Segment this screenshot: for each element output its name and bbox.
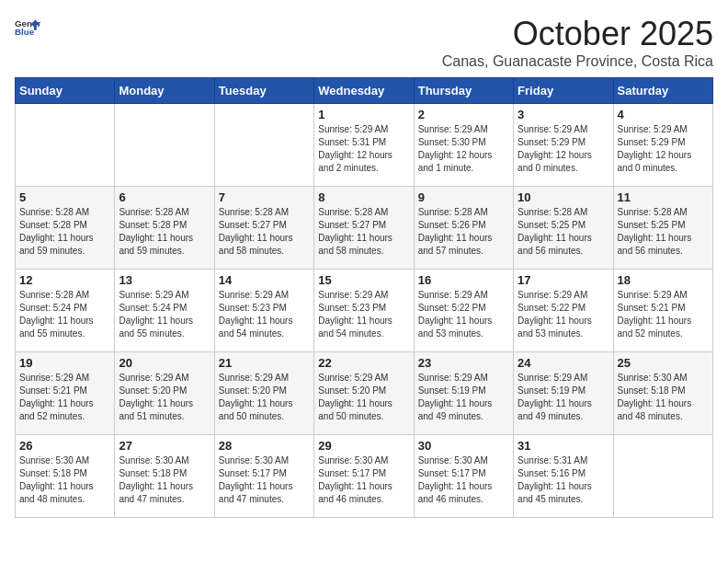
- day-number: 28: [219, 439, 310, 453]
- day-number: 14: [219, 273, 310, 287]
- day-info: Sunrise: 5:30 AM Sunset: 5:18 PM Dayligh…: [19, 454, 110, 506]
- day-info: Sunrise: 5:30 AM Sunset: 5:17 PM Dayligh…: [219, 454, 310, 506]
- day-cell: 9Sunrise: 5:28 AM Sunset: 5:26 PM Daylig…: [414, 187, 513, 270]
- day-number: 25: [618, 356, 709, 370]
- day-cell: 15Sunrise: 5:29 AM Sunset: 5:23 PM Dayli…: [314, 270, 414, 352]
- month-title: October 2025: [442, 15, 713, 53]
- day-number: 19: [19, 356, 110, 370]
- header-friday: Friday: [514, 78, 613, 104]
- day-number: 21: [219, 356, 310, 370]
- header-wednesday: Wednesday: [314, 78, 414, 104]
- title-section: October 2025 Canas, Guanacaste Province,…: [442, 15, 713, 70]
- day-info: Sunrise: 5:29 AM Sunset: 5:23 PM Dayligh…: [219, 289, 310, 340]
- day-info: Sunrise: 5:30 AM Sunset: 5:17 PM Dayligh…: [318, 454, 409, 506]
- day-cell: 31Sunrise: 5:31 AM Sunset: 5:16 PM Dayli…: [514, 435, 613, 518]
- logo: General Blue: [15, 15, 40, 40]
- day-info: Sunrise: 5:28 AM Sunset: 5:24 PM Dayligh…: [19, 289, 110, 340]
- day-number: 13: [119, 273, 210, 287]
- day-number: 15: [318, 273, 409, 287]
- day-number: 7: [219, 190, 310, 204]
- day-cell: 23Sunrise: 5:29 AM Sunset: 5:19 PM Dayli…: [414, 352, 513, 435]
- day-cell: 16Sunrise: 5:29 AM Sunset: 5:22 PM Dayli…: [414, 270, 513, 352]
- week-row-3: 12Sunrise: 5:28 AM Sunset: 5:24 PM Dayli…: [16, 270, 713, 352]
- day-cell: 4Sunrise: 5:29 AM Sunset: 5:29 PM Daylig…: [613, 104, 712, 187]
- day-info: Sunrise: 5:30 AM Sunset: 5:18 PM Dayligh…: [119, 454, 210, 506]
- day-cell: 22Sunrise: 5:29 AM Sunset: 5:20 PM Dayli…: [314, 352, 414, 435]
- day-number: 31: [518, 439, 609, 453]
- day-number: 4: [618, 108, 709, 121]
- header-sunday: Sunday: [16, 78, 115, 104]
- day-cell: 17Sunrise: 5:29 AM Sunset: 5:22 PM Dayli…: [514, 270, 613, 352]
- day-cell: 26Sunrise: 5:30 AM Sunset: 5:18 PM Dayli…: [16, 435, 115, 518]
- day-cell: 21Sunrise: 5:29 AM Sunset: 5:20 PM Dayli…: [214, 352, 313, 435]
- day-cell: 19Sunrise: 5:29 AM Sunset: 5:21 PM Dayli…: [16, 352, 115, 435]
- day-number: 29: [318, 439, 409, 453]
- day-cell: 24Sunrise: 5:29 AM Sunset: 5:19 PM Dayli…: [514, 352, 613, 435]
- day-cell: [613, 435, 712, 518]
- day-cell: 14Sunrise: 5:29 AM Sunset: 5:23 PM Dayli…: [214, 270, 313, 352]
- day-number: 1: [318, 108, 409, 121]
- day-cell: 5Sunrise: 5:28 AM Sunset: 5:28 PM Daylig…: [16, 187, 115, 270]
- day-info: Sunrise: 5:29 AM Sunset: 5:20 PM Dayligh…: [219, 372, 310, 423]
- day-cell: 18Sunrise: 5:29 AM Sunset: 5:21 PM Dayli…: [613, 270, 712, 352]
- day-number: 18: [618, 273, 709, 287]
- week-row-4: 19Sunrise: 5:29 AM Sunset: 5:21 PM Dayli…: [16, 352, 713, 435]
- week-row-1: 1Sunrise: 5:29 AM Sunset: 5:31 PM Daylig…: [16, 104, 713, 187]
- day-info: Sunrise: 5:28 AM Sunset: 5:27 PM Dayligh…: [318, 206, 409, 258]
- header-thursday: Thursday: [414, 78, 513, 104]
- day-number: 8: [318, 190, 409, 204]
- day-info: Sunrise: 5:28 AM Sunset: 5:25 PM Dayligh…: [518, 206, 609, 258]
- day-cell: 25Sunrise: 5:30 AM Sunset: 5:18 PM Dayli…: [613, 352, 712, 435]
- week-row-5: 26Sunrise: 5:30 AM Sunset: 5:18 PM Dayli…: [16, 435, 713, 518]
- day-info: Sunrise: 5:29 AM Sunset: 5:21 PM Dayligh…: [618, 289, 709, 340]
- day-info: Sunrise: 5:30 AM Sunset: 5:18 PM Dayligh…: [618, 372, 709, 423]
- day-info: Sunrise: 5:28 AM Sunset: 5:28 PM Dayligh…: [19, 206, 110, 258]
- day-info: Sunrise: 5:28 AM Sunset: 5:25 PM Dayligh…: [618, 206, 709, 258]
- day-number: 16: [418, 273, 509, 287]
- day-number: 9: [418, 190, 509, 204]
- day-info: Sunrise: 5:29 AM Sunset: 5:29 PM Dayligh…: [618, 123, 709, 175]
- day-info: Sunrise: 5:28 AM Sunset: 5:26 PM Dayligh…: [418, 206, 509, 258]
- day-number: 5: [19, 190, 110, 204]
- day-cell: 30Sunrise: 5:30 AM Sunset: 5:17 PM Dayli…: [414, 435, 513, 518]
- day-number: 3: [518, 108, 609, 121]
- day-info: Sunrise: 5:29 AM Sunset: 5:22 PM Dayligh…: [418, 289, 509, 340]
- page-header: General Blue October 2025 Canas, Guanaca…: [15, 15, 713, 70]
- day-number: 22: [318, 356, 409, 370]
- day-number: 17: [518, 273, 609, 287]
- header-monday: Monday: [115, 78, 214, 104]
- day-cell: 20Sunrise: 5:29 AM Sunset: 5:20 PM Dayli…: [115, 352, 214, 435]
- day-number: 10: [518, 190, 609, 204]
- day-info: Sunrise: 5:29 AM Sunset: 5:19 PM Dayligh…: [418, 372, 509, 423]
- day-info: Sunrise: 5:29 AM Sunset: 5:30 PM Dayligh…: [418, 123, 509, 175]
- calendar-table: SundayMondayTuesdayWednesdayThursdayFrid…: [15, 77, 713, 518]
- day-cell: 29Sunrise: 5:30 AM Sunset: 5:17 PM Dayli…: [314, 435, 414, 518]
- day-info: Sunrise: 5:29 AM Sunset: 5:19 PM Dayligh…: [518, 372, 609, 423]
- day-cell: 12Sunrise: 5:28 AM Sunset: 5:24 PM Dayli…: [16, 270, 115, 352]
- day-info: Sunrise: 5:29 AM Sunset: 5:24 PM Dayligh…: [119, 289, 210, 340]
- day-info: Sunrise: 5:30 AM Sunset: 5:17 PM Dayligh…: [418, 454, 509, 506]
- day-cell: 11Sunrise: 5:28 AM Sunset: 5:25 PM Dayli…: [613, 187, 712, 270]
- header-saturday: Saturday: [613, 78, 712, 104]
- day-cell: 10Sunrise: 5:28 AM Sunset: 5:25 PM Dayli…: [514, 187, 613, 270]
- day-info: Sunrise: 5:28 AM Sunset: 5:27 PM Dayligh…: [219, 206, 310, 258]
- day-info: Sunrise: 5:29 AM Sunset: 5:20 PM Dayligh…: [119, 372, 210, 423]
- day-cell: 8Sunrise: 5:28 AM Sunset: 5:27 PM Daylig…: [314, 187, 414, 270]
- day-cell: 13Sunrise: 5:29 AM Sunset: 5:24 PM Dayli…: [115, 270, 214, 352]
- day-cell: 7Sunrise: 5:28 AM Sunset: 5:27 PM Daylig…: [214, 187, 313, 270]
- day-info: Sunrise: 5:28 AM Sunset: 5:28 PM Dayligh…: [119, 206, 210, 258]
- day-info: Sunrise: 5:29 AM Sunset: 5:29 PM Dayligh…: [518, 123, 609, 175]
- day-number: 2: [418, 108, 509, 121]
- day-info: Sunrise: 5:29 AM Sunset: 5:22 PM Dayligh…: [518, 289, 609, 340]
- svg-text:Blue: Blue: [15, 27, 35, 37]
- day-cell: 27Sunrise: 5:30 AM Sunset: 5:18 PM Dayli…: [115, 435, 214, 518]
- day-info: Sunrise: 5:29 AM Sunset: 5:20 PM Dayligh…: [318, 372, 409, 423]
- day-number: 11: [618, 190, 709, 204]
- day-number: 6: [119, 190, 210, 204]
- day-cell: [214, 104, 313, 187]
- day-cell: 2Sunrise: 5:29 AM Sunset: 5:30 PM Daylig…: [414, 104, 513, 187]
- day-info: Sunrise: 5:29 AM Sunset: 5:21 PM Dayligh…: [19, 372, 110, 423]
- day-info: Sunrise: 5:29 AM Sunset: 5:23 PM Dayligh…: [318, 289, 409, 340]
- day-cell: 1Sunrise: 5:29 AM Sunset: 5:31 PM Daylig…: [314, 104, 414, 187]
- day-info: Sunrise: 5:29 AM Sunset: 5:31 PM Dayligh…: [318, 123, 409, 175]
